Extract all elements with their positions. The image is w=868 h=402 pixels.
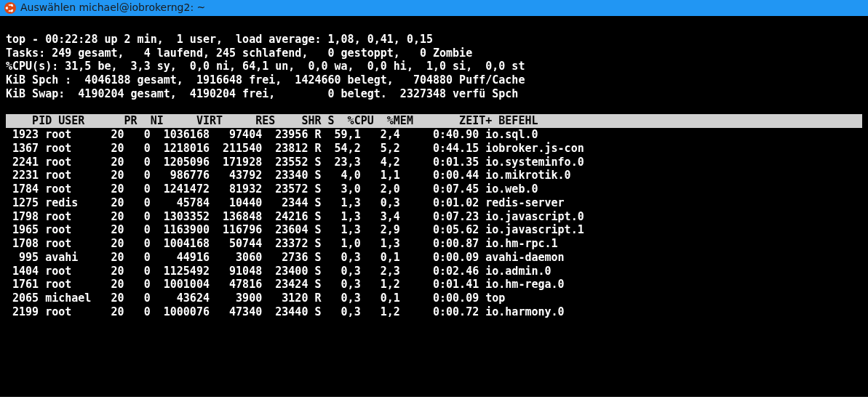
process-row: 1784 root 20 0 1241472 81932 23572 S 3,0… — [6, 182, 862, 196]
process-row: 1798 root 20 0 1303352 136848 24216 S 1,… — [6, 210, 862, 224]
process-row: 1761 root 20 0 1001004 47816 23424 S 0,3… — [6, 278, 862, 292]
process-row: 2199 root 20 0 1000076 47340 23440 S 0,3… — [6, 305, 862, 319]
window-title: Auswählen michael@iobrokerng2: ~ — [20, 1, 205, 15]
terminal-output[interactable]: top - 00:22:28 up 2 min, 1 user, load av… — [0, 16, 868, 397]
top-summary-line-1: top - 00:22:28 up 2 min, 1 user, load av… — [6, 33, 433, 46]
top-summary-line-5: KiB Swap: 4190204 gesamt, 4190204 frei, … — [6, 87, 518, 100]
process-row: 1965 root 20 0 1163900 116796 23604 S 1,… — [6, 223, 862, 237]
top-summary-line-4: KiB Spch : 4046188 gesamt, 1916648 frei,… — [6, 73, 525, 87]
process-table-header: PID USER PR NI VIRT RES SHR S %CPU %MEM … — [6, 114, 862, 128]
process-table-body: 1923 root 20 0 1036168 97404 23956 R 59,… — [6, 128, 862, 319]
process-row: 1708 root 20 0 1004168 50744 23372 S 1,0… — [6, 237, 862, 251]
process-row: 2231 root 20 0 986776 43792 23340 S 4,0 … — [6, 169, 862, 182]
ubuntu-icon — [4, 2, 16, 14]
process-row: 1404 root 20 0 1125492 91048 23400 S 0,3… — [6, 265, 862, 278]
process-row: 2241 root 20 0 1205096 171928 23552 S 23… — [6, 156, 862, 169]
process-row: 2065 michael 20 0 43624 3900 3120 R 0,3 … — [6, 292, 862, 305]
top-summary-line-3: %CPU(s): 31,5 be, 3,3 sy, 0,0 ni, 64,1 u… — [6, 60, 525, 73]
top-summary-line-2: Tasks: 249 gesamt, 4 laufend, 245 schlaf… — [6, 47, 472, 60]
process-row: 1275 redis 20 0 45784 10440 2344 S 1,3 0… — [6, 196, 862, 210]
process-row: 1923 root 20 0 1036168 97404 23956 R 59,… — [6, 128, 862, 142]
process-row: 995 avahi 20 0 44916 3060 2736 S 0,3 0,1… — [6, 251, 862, 265]
process-row: 1367 root 20 0 1218016 211540 23812 R 54… — [6, 142, 862, 156]
window-titlebar[interactable]: Auswählen michael@iobrokerng2: ~ — [0, 0, 868, 16]
